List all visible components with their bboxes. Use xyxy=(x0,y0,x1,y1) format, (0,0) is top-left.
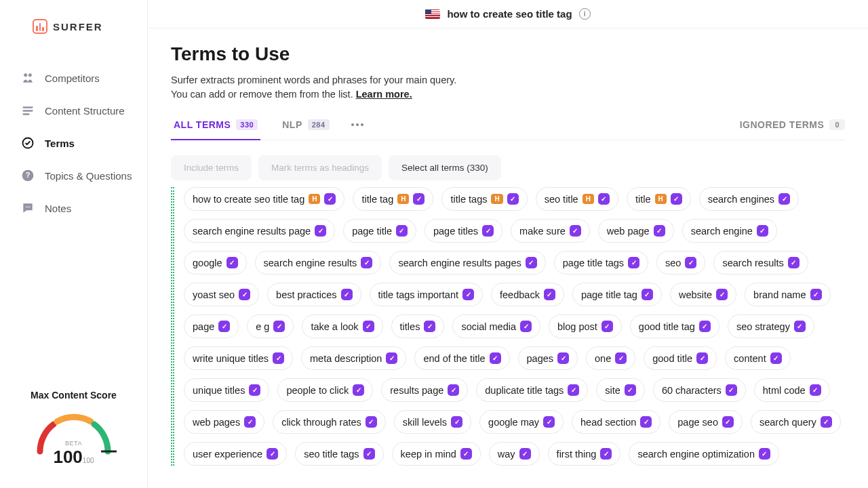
term-pill[interactable]: search engine✓ xyxy=(682,219,777,243)
term-pill[interactable]: how to create seo title tagH✓ xyxy=(184,187,344,211)
term-checkbox[interactable]: ✓ xyxy=(778,193,790,205)
term-pill[interactable]: write unique titles✓ xyxy=(184,346,293,370)
term-checkbox[interactable]: ✓ xyxy=(557,352,569,364)
tab-nlp[interactable]: NLP 284 xyxy=(279,119,332,140)
learn-more-link[interactable]: Learn more. xyxy=(356,89,412,100)
term-pill[interactable]: yoast seo✓ xyxy=(184,283,259,306)
term-checkbox[interactable]: ✓ xyxy=(273,352,284,364)
term-pill[interactable]: unique titles✓ xyxy=(184,378,269,402)
term-checkbox[interactable]: ✓ xyxy=(244,416,256,428)
term-checkbox[interactable]: ✓ xyxy=(363,448,375,460)
term-checkbox[interactable]: ✓ xyxy=(448,384,459,396)
term-pill[interactable]: good title tag✓ xyxy=(630,314,719,338)
term-pill[interactable]: html code✓ xyxy=(754,378,830,402)
sidebar-item-competitors[interactable]: Competitors xyxy=(14,64,140,92)
term-pill[interactable]: search results✓ xyxy=(713,251,808,274)
term-pill[interactable]: search engines✓ xyxy=(699,187,799,211)
term-checkbox[interactable]: ✓ xyxy=(315,225,326,237)
term-pill[interactable]: people to click✓ xyxy=(277,378,373,402)
term-checkbox[interactable]: ✓ xyxy=(671,193,682,205)
term-pill[interactable]: duplicate title tags✓ xyxy=(476,378,588,402)
term-checkbox[interactable]: ✓ xyxy=(726,384,737,396)
term-pill[interactable]: seo✓ xyxy=(656,251,705,274)
term-checkbox[interactable]: ✓ xyxy=(490,352,501,364)
term-checkbox[interactable]: ✓ xyxy=(716,289,728,300)
term-pill[interactable]: pages✓ xyxy=(518,346,578,370)
term-checkbox[interactable]: ✓ xyxy=(543,416,555,428)
term-checkbox[interactable]: ✓ xyxy=(460,448,472,460)
term-checkbox[interactable]: ✓ xyxy=(239,289,250,300)
term-pill[interactable]: best practices✓ xyxy=(267,283,361,306)
term-pill[interactable]: feedback✓ xyxy=(491,283,564,306)
term-checkbox[interactable]: ✓ xyxy=(519,448,531,460)
include-terms-button[interactable]: Include terms xyxy=(171,155,252,180)
term-checkbox[interactable]: ✓ xyxy=(361,257,372,268)
term-pill[interactable]: website✓ xyxy=(670,283,736,306)
term-checkbox[interactable]: ✓ xyxy=(353,384,364,396)
term-pill[interactable]: search engine results page✓ xyxy=(184,219,335,243)
term-checkbox[interactable]: ✓ xyxy=(759,448,770,460)
term-pill[interactable]: titleH✓ xyxy=(627,187,691,211)
term-checkbox[interactable]: ✓ xyxy=(341,289,353,300)
sidebar-item-topics-questions[interactable]: ? Topics & Questions xyxy=(14,161,140,190)
term-checkbox[interactable]: ✓ xyxy=(821,416,832,428)
term-pill[interactable]: seo title tags✓ xyxy=(295,442,383,466)
term-checkbox[interactable]: ✓ xyxy=(520,321,532,332)
term-checkbox[interactable]: ✓ xyxy=(526,257,537,268)
term-pill[interactable]: web pages✓ xyxy=(184,410,264,434)
term-pill[interactable]: way✓ xyxy=(489,442,540,466)
term-checkbox[interactable]: ✓ xyxy=(366,416,377,428)
term-checkbox[interactable]: ✓ xyxy=(226,257,238,268)
term-pill[interactable]: one✓ xyxy=(586,346,635,370)
term-pill[interactable]: 60 characters✓ xyxy=(653,378,746,402)
term-checkbox[interactable]: ✓ xyxy=(757,225,768,237)
term-pill[interactable]: page title tags✓ xyxy=(554,251,648,274)
term-checkbox[interactable]: ✓ xyxy=(696,352,708,364)
term-checkbox[interactable]: ✓ xyxy=(424,321,435,332)
term-checkbox[interactable]: ✓ xyxy=(722,416,734,428)
term-pill[interactable]: google✓ xyxy=(184,251,247,274)
term-checkbox[interactable]: ✓ xyxy=(507,193,519,205)
term-pill[interactable]: site✓ xyxy=(596,378,645,402)
term-checkbox[interactable]: ✓ xyxy=(267,448,278,460)
term-pill[interactable]: page titles✓ xyxy=(425,219,502,243)
term-pill[interactable]: social media✓ xyxy=(452,314,540,338)
term-checkbox[interactable]: ✓ xyxy=(218,321,230,332)
term-pill[interactable]: title tags important✓ xyxy=(370,283,483,306)
term-pill[interactable]: content✓ xyxy=(725,346,791,370)
term-checkbox[interactable]: ✓ xyxy=(324,193,336,205)
term-checkbox[interactable]: ✓ xyxy=(462,289,474,300)
term-checkbox[interactable]: ✓ xyxy=(654,225,665,237)
term-pill[interactable]: search engine results✓ xyxy=(255,251,382,274)
term-checkbox[interactable]: ✓ xyxy=(386,352,397,364)
term-checkbox[interactable]: ✓ xyxy=(363,321,374,332)
term-pill[interactable]: web page✓ xyxy=(598,219,674,243)
term-pill[interactable]: user experience✓ xyxy=(184,442,287,466)
term-pill[interactable]: good title✓ xyxy=(644,346,717,370)
term-pill[interactable]: titles✓ xyxy=(391,314,445,338)
term-checkbox[interactable]: ✓ xyxy=(615,352,627,364)
tab-ignored-terms[interactable]: IGNORED TERMS 0 xyxy=(740,119,845,140)
term-checkbox[interactable]: ✓ xyxy=(625,384,636,396)
term-pill[interactable]: results page✓ xyxy=(381,378,468,402)
term-checkbox[interactable]: ✓ xyxy=(568,384,579,396)
term-pill[interactable]: head section✓ xyxy=(572,410,660,434)
term-checkbox[interactable]: ✓ xyxy=(642,289,653,300)
term-pill[interactable]: title tagsH✓ xyxy=(441,187,527,211)
term-pill[interactable]: make sure✓ xyxy=(511,219,590,243)
term-checkbox[interactable]: ✓ xyxy=(544,289,555,300)
term-pill[interactable]: end of the title✓ xyxy=(414,346,509,370)
term-pill[interactable]: keep in mind✓ xyxy=(392,442,481,466)
term-pill[interactable]: first thing✓ xyxy=(548,442,621,466)
term-pill[interactable]: click through rates✓ xyxy=(273,410,386,434)
term-pill[interactable]: skill levels✓ xyxy=(394,410,471,434)
term-checkbox[interactable]: ✓ xyxy=(788,257,800,268)
term-checkbox[interactable]: ✓ xyxy=(699,321,711,332)
term-checkbox[interactable]: ✓ xyxy=(794,321,806,332)
sidebar-item-notes[interactable]: Notes xyxy=(14,194,140,222)
sidebar-item-content-structure[interactable]: Content Structure xyxy=(14,96,140,125)
tab-more-button[interactable] xyxy=(351,123,363,136)
term-pill[interactable]: search engine results pages✓ xyxy=(389,251,545,274)
term-checkbox[interactable]: ✓ xyxy=(601,321,613,332)
term-pill[interactable]: blog post✓ xyxy=(549,314,622,338)
